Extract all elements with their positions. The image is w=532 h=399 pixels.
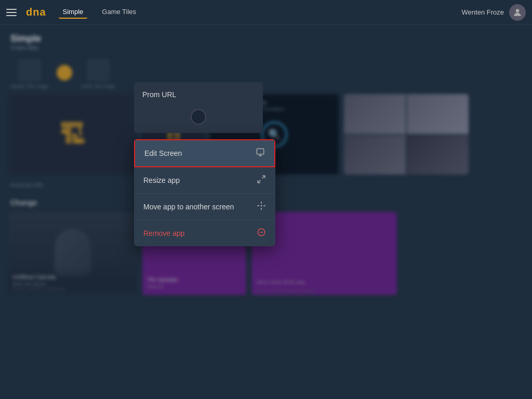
edit-screen-label: Edit Screen xyxy=(144,149,182,157)
svg-point-0 xyxy=(516,9,520,12)
prom-url-indicator xyxy=(191,109,206,125)
resize-app-label: Resize app xyxy=(143,176,180,184)
military-tile-label: UnifiBeat Calendar xyxy=(12,274,56,280)
user-name: Wenten Froze xyxy=(462,8,504,16)
page-subtitle: A few tiles xyxy=(10,44,522,51)
move-app-label: Move app to another screen xyxy=(143,203,234,211)
avatar[interactable] xyxy=(509,4,526,21)
move-app-icon xyxy=(257,201,266,212)
page-header: Simple A few tiles xyxy=(0,25,532,57)
navbar: dna Simple Game Tiles Wenten Froze xyxy=(0,0,532,25)
context-menu: Edit Screen Resize app Move app to anoth… xyxy=(134,139,275,246)
context-menu-item-remove-app[interactable]: Remove app xyxy=(134,220,275,246)
nav-logo[interactable]: dna xyxy=(26,6,46,18)
photo-collage-tile xyxy=(344,94,469,175)
external-url-label: External URL xyxy=(10,182,44,188)
edit-screen-icon xyxy=(256,148,265,159)
context-menu-item-move-app[interactable]: Move app to another screen xyxy=(134,194,275,220)
nav-right: Wenten Froze xyxy=(462,4,526,21)
purple-tile-2-badge: FROM_FLOORPLORER_AGENDA xyxy=(257,289,314,293)
context-menu-item-resize-app[interactable]: Resize app xyxy=(134,167,275,194)
remove-app-icon xyxy=(257,228,266,239)
prom-url-title: Prom URL xyxy=(142,90,255,99)
nav-link-simple[interactable]: Simple xyxy=(59,6,88,19)
purple-tile-1-label: File Uploader xyxy=(148,277,178,283)
logo-text: dna xyxy=(26,6,46,18)
hamburger-button[interactable] xyxy=(6,5,21,20)
military-tile[interactable]: UnifiBeat Calendar Beats with attitude F… xyxy=(8,212,137,292)
page-area: Simple A few tiles Square Tile Image Cir… xyxy=(0,25,532,399)
nav-link-game-tiles[interactable]: Game Tiles xyxy=(98,6,140,19)
nav-links: Simple Game Tiles xyxy=(59,6,462,19)
remove-app-label: Remove app xyxy=(143,229,184,237)
purple-tile-2-label: Move music all the way xyxy=(257,280,305,285)
context-menu-item-edit-screen[interactable]: Edit Screen xyxy=(134,139,275,167)
svg-rect-1 xyxy=(257,149,264,154)
purple-tile-1-sublabel: Boop Kit xyxy=(148,284,163,289)
page-title: Simple xyxy=(10,33,522,44)
prom-url-card[interactable]: Prom URL xyxy=(134,82,263,133)
military-tile-badge: FROM_UNIFIBEAT_CALENDAR xyxy=(12,287,66,291)
military-tile-sublabel: Beats with attitude xyxy=(12,282,46,286)
resize-app-icon xyxy=(257,175,266,186)
